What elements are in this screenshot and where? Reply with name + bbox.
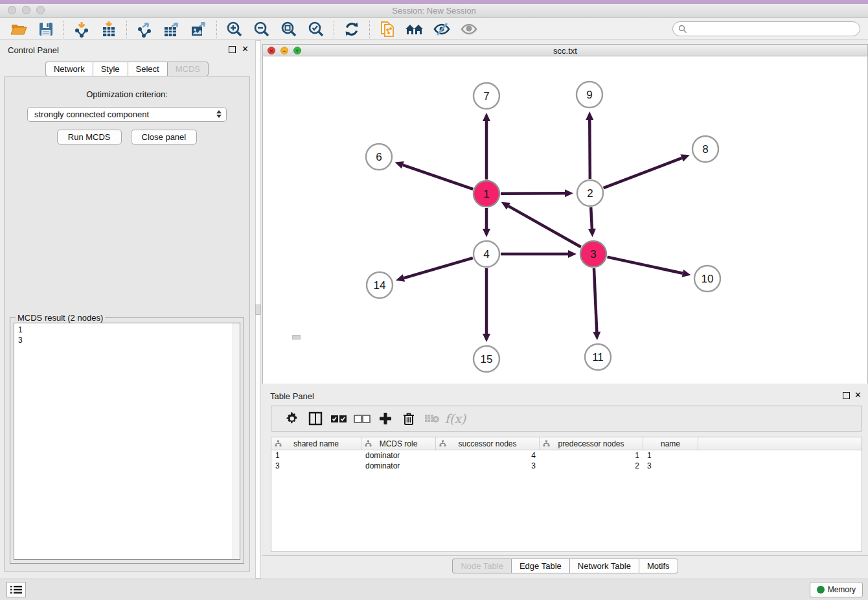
edge-1-2[interactable]	[501, 193, 565, 194]
edge-1-6[interactable]	[403, 165, 473, 189]
table-row[interactable]: 3dominator323	[271, 461, 862, 471]
cell-shared-name[interactable]: 1	[271, 450, 361, 461]
cell-successor-nodes[interactable]: 4	[436, 450, 540, 461]
cell-name[interactable]: 3	[643, 461, 698, 471]
first-neighbors-button[interactable]	[404, 19, 425, 39]
tab-motifs[interactable]: Motifs	[639, 559, 678, 573]
zoom-fit-button[interactable]	[279, 19, 299, 39]
run-mcds-button[interactable]: Run MCDS	[57, 130, 122, 144]
show-columns-button[interactable]	[304, 409, 327, 428]
add-column-button[interactable]	[374, 409, 397, 428]
unchecked-boxes-icon	[354, 415, 371, 423]
edge-3-1[interactable]	[508, 206, 581, 247]
open-file-button[interactable]	[8, 19, 29, 39]
cell-shared-name[interactable]: 3	[271, 461, 361, 471]
houses-icon	[405, 21, 424, 37]
search-box[interactable]	[672, 21, 860, 36]
node-table[interactable]: shared nameMCDS rolesuccessor nodesprede…	[271, 437, 862, 552]
zoom-out-button[interactable]	[251, 19, 272, 39]
node-label-14: 14	[374, 279, 386, 292]
select-all-button[interactable]	[327, 409, 350, 428]
columns-icon	[308, 411, 323, 426]
apply-layout-button[interactable]	[341, 19, 362, 39]
tab-edge-table[interactable]: Edge Table	[511, 559, 569, 573]
close-panel-icon[interactable]: ✕	[854, 390, 862, 400]
column-header-MCDS-role[interactable]: MCDS role	[361, 437, 436, 450]
export-image-icon	[190, 21, 207, 38]
float-panel-icon[interactable]	[229, 46, 236, 53]
table-settings-button[interactable]	[280, 409, 304, 428]
edge-2-9[interactable]	[589, 120, 590, 179]
edge-2-3[interactable]	[591, 207, 592, 229]
column-header-shared-name[interactable]: shared name	[271, 437, 361, 450]
tab-network[interactable]: Network	[45, 62, 93, 76]
export-network-button[interactable]	[134, 19, 155, 39]
float-panel-icon[interactable]	[843, 392, 850, 399]
mcds-result-scrollbar[interactable]	[233, 323, 240, 559]
zoom-fit-icon	[280, 21, 297, 38]
zoom-in-button[interactable]	[224, 19, 245, 39]
network-graph[interactable]: 1234678910111415	[263, 57, 867, 384]
cell-predecessor-nodes[interactable]: 1	[540, 450, 643, 461]
column-type-icon	[275, 440, 282, 447]
refresh-layout-icon	[343, 21, 360, 38]
tab-select[interactable]: Select	[128, 62, 167, 76]
close-panel-button[interactable]: Close panel	[131, 130, 198, 144]
deselect-all-button[interactable]	[350, 409, 374, 428]
column-type-icon	[543, 440, 550, 447]
import-network-button[interactable]	[71, 19, 92, 39]
toolbar-separator	[369, 21, 370, 38]
vertical-splitter[interactable]	[254, 40, 262, 579]
column-header-name[interactable]: name	[643, 437, 698, 450]
eye-icon	[460, 21, 478, 37]
search-input[interactable]	[687, 25, 843, 34]
selected-criterion: strongly connected component	[34, 110, 149, 119]
column-header-successor-nodes[interactable]: successor nodes	[436, 437, 540, 450]
tab-style[interactable]: Style	[93, 62, 128, 76]
cell-successor-nodes[interactable]: 3	[436, 461, 540, 471]
task-history-button[interactable]	[6, 582, 26, 597]
export-table-button[interactable]	[161, 19, 182, 39]
arrowhead-1-7	[483, 113, 490, 121]
tab-network-table[interactable]: Network Table	[569, 559, 639, 573]
gear-icon	[285, 411, 299, 426]
memory-label: Memory	[828, 585, 856, 594]
edge-4-14[interactable]	[404, 258, 472, 278]
zoom-selected-button[interactable]	[306, 19, 326, 39]
node-label-4: 4	[483, 248, 489, 260]
duplicate-network-button[interactable]	[377, 19, 398, 39]
memory-button[interactable]: Memory	[810, 582, 863, 597]
close-panel-icon[interactable]: ✕	[242, 44, 249, 54]
mcds-result-list[interactable]: 1 3	[14, 323, 240, 560]
cell-predecessor-nodes[interactable]: 2	[540, 461, 643, 471]
horizontal-splitter-handle[interactable]	[292, 335, 301, 340]
arrowhead-2-8	[680, 154, 689, 161]
fx-icon: f(x)	[445, 411, 466, 426]
network-canvas[interactable]: 1234678910111415	[263, 57, 867, 384]
hide-selected-button[interactable]	[431, 19, 452, 39]
import-table-button[interactable]	[98, 19, 119, 39]
table-row[interactable]: 1dominator411	[271, 450, 862, 461]
delete-column-button[interactable]	[397, 409, 420, 428]
table-panel-header: Table Panel ✕	[262, 386, 868, 404]
show-all-button[interactable]	[459, 19, 479, 39]
edge-3-10[interactable]	[608, 257, 683, 273]
edge-3-11[interactable]	[594, 268, 597, 332]
tab-mcds[interactable]: MCDS	[167, 62, 209, 76]
delete-table-icon	[424, 413, 440, 424]
cell-name[interactable]: 1	[643, 450, 698, 461]
edge-2-8[interactable]	[604, 158, 682, 188]
duplicate-network-icon	[379, 20, 396, 38]
export-image-button[interactable]	[188, 19, 209, 39]
tab-node-table[interactable]: Node Table	[452, 559, 511, 573]
node-label-10: 10	[702, 273, 714, 285]
network-window-titlebar[interactable]: ✕ − + scc.txt	[263, 45, 867, 56]
save-session-button[interactable]	[36, 19, 56, 39]
arrowhead-4-14	[396, 274, 405, 282]
cell-MCDS-role[interactable]: dominator	[361, 450, 436, 461]
optimization-criterion-select[interactable]: strongly connected component	[27, 107, 227, 122]
toolbar-separator	[334, 21, 334, 38]
splitter-handle[interactable]	[255, 305, 261, 315]
column-header-predecessor-nodes[interactable]: predecessor nodes	[540, 437, 643, 450]
cell-MCDS-role[interactable]: dominator	[361, 461, 436, 471]
